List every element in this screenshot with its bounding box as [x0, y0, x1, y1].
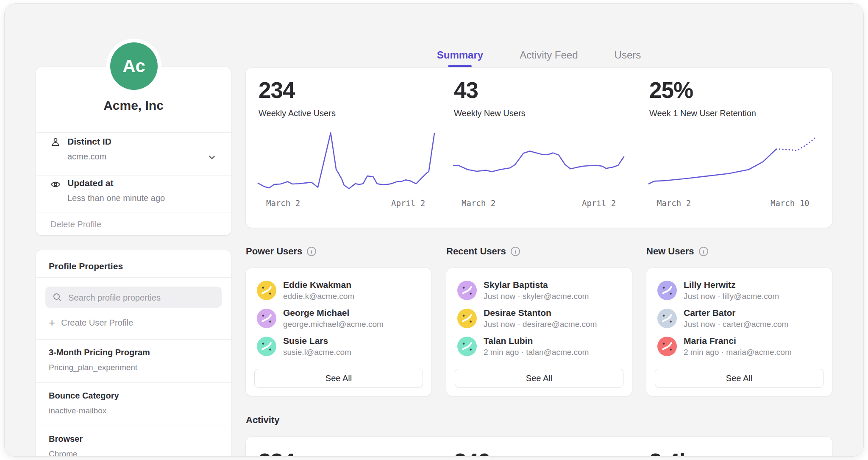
face-icon: [457, 281, 477, 300]
see-all-button[interactable]: See All: [254, 369, 423, 388]
avatar: [257, 281, 276, 300]
face-icon: [257, 337, 276, 356]
property-value: inactive-mailbox: [49, 406, 106, 415]
divider: [36, 339, 231, 340]
divider: [36, 277, 231, 278]
list-item[interactable]: Eddie Kwakman eddie.k@acme.com: [257, 281, 423, 303]
svg-text:i: i: [703, 248, 704, 255]
info-icon[interactable]: i: [698, 246, 709, 256]
user-name: Maria Franci: [684, 336, 736, 346]
recent-users-card: Skylar Baptista Just now · skyler@acme.c…: [446, 268, 632, 396]
company-avatar-initials: Ac: [122, 56, 145, 76]
list-item[interactable]: Skylar Baptista Just now · skyler@acme.c…: [457, 281, 623, 303]
person-icon: [50, 137, 61, 148]
info-icon[interactable]: i: [510, 246, 520, 256]
divider: [36, 426, 231, 426]
property-name: Bounce Category: [49, 391, 119, 401]
stat-week1-retention: 25% Week 1 New User Retention March 2 Ma…: [637, 68, 832, 228]
activity-heading: Activity: [246, 415, 279, 426]
stat-value: 25%: [649, 77, 693, 103]
x-axis-tick: March 10: [771, 198, 810, 208]
avatar: [457, 337, 477, 356]
avatar: [457, 309, 477, 328]
face-icon: [457, 337, 477, 356]
distinct-id-label: Distinct ID: [67, 137, 111, 147]
user-name: Eddie Kwakman: [283, 280, 351, 290]
sparkline-chart: [453, 128, 631, 191]
user-name: Carter Bator: [684, 308, 736, 318]
avatar: [457, 281, 477, 300]
section-title: Recent Users: [446, 246, 506, 257]
new-users-heading: New Users i: [646, 246, 709, 257]
list-item[interactable]: Lilly Herwitz Just now · lilly@acme.com: [657, 281, 823, 303]
see-all-button[interactable]: See All: [455, 369, 623, 388]
divider: [36, 176, 231, 176]
user-subtext: Just now · skyler@acme.com: [484, 292, 589, 301]
search-input[interactable]: [67, 287, 217, 309]
user-subtext: eddie.k@acme.com: [283, 292, 354, 301]
avatar: [257, 337, 276, 356]
create-user-profile-button[interactable]: + Create User Profile: [49, 317, 133, 328]
see-all-button[interactable]: See All: [655, 369, 823, 388]
updated-at-value: Less than one minute ago: [67, 193, 165, 203]
profile-properties-title: Profile Properties: [49, 261, 123, 271]
avatar: [657, 309, 677, 328]
user-subtext: 2 min ago · maria@acme.com: [684, 348, 792, 357]
summary-stats-card: 234 Weekly Active Users March 2 April 2 …: [246, 68, 832, 228]
face-icon: [257, 309, 276, 328]
user-subtext: Just now · carter@acme.com: [684, 320, 788, 329]
list-item[interactable]: Carter Bator Just now · carter@acme.com: [657, 309, 823, 331]
divider: [36, 382, 231, 383]
user-name: Desirae Stanton: [484, 308, 551, 318]
user-subtext: 2 min ago · talan@acme.com: [484, 348, 589, 357]
x-axis-tick: April 2: [582, 198, 616, 208]
user-subtext: Just now · desirare@acme.com: [484, 320, 597, 329]
app-window: Ac Acme, Inc Distinct ID acme.com Update…: [4, 3, 864, 457]
list-item[interactable]: Susie Lars susie.l@acme.com: [257, 337, 423, 359]
search-icon: [52, 292, 62, 302]
user-subtext: Just now · lilly@acme.com: [684, 292, 779, 301]
company-avatar: Ac: [110, 42, 158, 90]
chevron-down-icon[interactable]: [206, 152, 217, 163]
section-title: New Users: [646, 246, 694, 257]
property-name: 3-Month Pricing Program: [49, 348, 150, 357]
divider: [36, 212, 231, 212]
info-icon[interactable]: i: [306, 246, 317, 256]
list-item[interactable]: Desirae Stanton Just now · desirare@acme…: [457, 309, 623, 331]
user-subtext: george.michael@acme.com: [283, 320, 384, 329]
property-value: Pricing_plan_experiment: [49, 363, 137, 372]
stat-label: Weekly Active Users: [259, 109, 336, 118]
power-users-card: Eddie Kwakman eddie.k@acme.com George Mi…: [246, 268, 431, 396]
property-name: Browser: [49, 434, 83, 444]
stat-label: Weekly New Users: [454, 109, 526, 118]
activity-value: 240: [454, 449, 490, 457]
face-icon: [457, 309, 477, 328]
stat-label: Week 1 New User Retention: [649, 109, 756, 118]
user-subtext: susie.l@acme.com: [283, 348, 351, 357]
face-icon: [657, 337, 677, 356]
profile-card: Acme, Inc Distinct ID acme.com Updated a…: [36, 67, 231, 235]
divider: [36, 132, 231, 133]
search-profile-properties: [45, 287, 222, 308]
user-name: Susie Lars: [283, 336, 328, 346]
tab-bar: Summary Activity Feed Users: [246, 48, 832, 62]
tab-summary[interactable]: Summary: [437, 48, 483, 62]
avatar: [657, 337, 677, 356]
list-item[interactable]: George Michael george.michael@acme.com: [257, 309, 423, 331]
recent-users-heading: Recent Users i: [446, 246, 520, 257]
face-icon: [657, 309, 677, 328]
svg-text:i: i: [311, 248, 312, 255]
tab-activity-feed[interactable]: Activity Feed: [520, 48, 578, 62]
user-name: George Michael: [283, 308, 349, 318]
list-item[interactable]: Talan Lubin 2 min ago · talan@acme.com: [457, 337, 623, 359]
delete-profile-button[interactable]: Delete Profile: [50, 220, 101, 229]
stat-value: 43: [454, 77, 478, 103]
new-users-card: Lilly Herwitz Just now · lilly@acme.com …: [646, 268, 832, 396]
stat-weekly-new-users: 43 Weekly New Users March 2 April 2: [441, 68, 637, 228]
x-axis-tick: March 2: [462, 198, 495, 208]
svg-text:i: i: [515, 248, 516, 255]
tab-users[interactable]: Users: [615, 48, 641, 62]
power-users-heading: Power Users i: [246, 246, 317, 257]
list-item[interactable]: Maria Franci 2 min ago · maria@acme.com: [657, 337, 823, 359]
activity-card: 234 240 3.4k: [246, 437, 832, 457]
